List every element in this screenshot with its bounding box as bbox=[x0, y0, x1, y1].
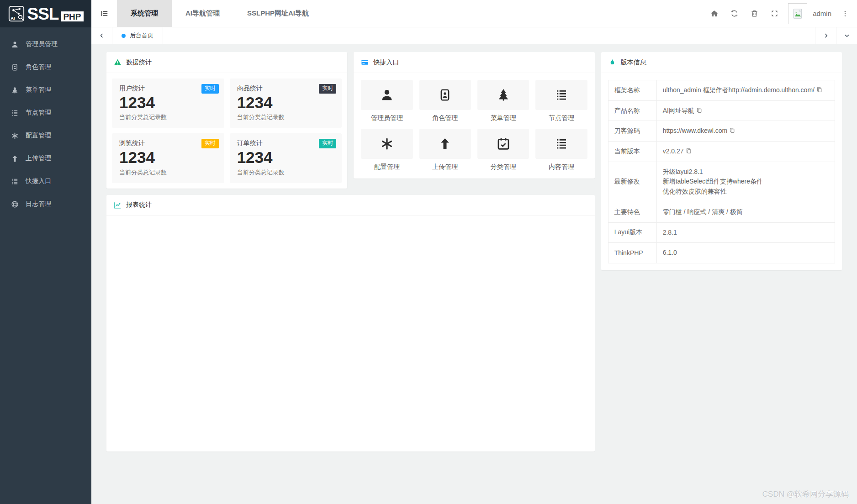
sidebar-item-label: 角色管理 bbox=[26, 63, 51, 71]
quick-entry-tile bbox=[419, 129, 471, 159]
tree-icon bbox=[497, 88, 510, 102]
flame-icon bbox=[608, 58, 616, 66]
version-row-thinkphp: ThinkPHP 6.1.0 bbox=[608, 243, 835, 263]
username[interactable]: admin bbox=[807, 0, 836, 27]
line-chart-icon bbox=[114, 201, 122, 209]
version-row-label: 框架名称 bbox=[608, 80, 656, 101]
quick-entry-menu-manage[interactable]: 菜单管理 bbox=[477, 80, 529, 122]
quick-entry-label: 管理员管理 bbox=[361, 114, 413, 122]
sidebar-item-quick-entry[interactable]: 快捷入口 bbox=[0, 170, 91, 193]
sidebar-item-upload-manage[interactable]: 上传管理 bbox=[0, 147, 91, 170]
quick-entry-tile bbox=[361, 129, 413, 159]
warning-triangle-icon bbox=[114, 58, 122, 66]
card-title: 快捷入口 bbox=[373, 58, 399, 67]
quick-entry-admin-manage[interactable]: 管理员管理 bbox=[361, 80, 413, 122]
quick-entry-card: 快捷入口 管理员管理 角色管理 菜单管理 bbox=[354, 52, 594, 178]
logo-text-php: PHP bbox=[61, 11, 83, 21]
quick-entry-tile bbox=[477, 80, 529, 110]
sidebar-item-log-manage[interactable]: 日志管理 bbox=[0, 193, 91, 215]
collapse-menu-button[interactable] bbox=[91, 0, 117, 27]
quick-entry-node-manage[interactable]: 节点管理 bbox=[535, 80, 587, 122]
top-nav-system-manage[interactable]: 系统管理 bbox=[117, 0, 172, 27]
refresh-button[interactable] bbox=[724, 0, 744, 27]
kebab-icon bbox=[841, 10, 849, 17]
asterisk-icon bbox=[11, 132, 19, 140]
fullscreen-icon bbox=[771, 10, 778, 17]
avatar[interactable] bbox=[788, 3, 807, 24]
more-menu-button[interactable] bbox=[836, 0, 854, 27]
quick-entry-config-manage[interactable]: 配置管理 bbox=[361, 129, 413, 171]
sidebar: AI SSL PHP 管理员管理 角色管理 菜单管理 节点管理 bbox=[0, 0, 91, 504]
card-title: 数据统计 bbox=[126, 58, 152, 67]
chevron-right-icon bbox=[823, 32, 829, 39]
version-row-value: 2.8.1 bbox=[656, 222, 835, 243]
list-icon bbox=[555, 137, 568, 151]
trash-icon bbox=[751, 10, 758, 17]
user-icon bbox=[380, 88, 394, 102]
version-row-value: https://www.dkewl.com bbox=[656, 121, 835, 142]
tabs-scroll-left-button[interactable] bbox=[91, 27, 112, 44]
copy-icon[interactable] bbox=[729, 127, 735, 133]
sidebar-item-label: 快捷入口 bbox=[26, 177, 51, 185]
list-icon bbox=[11, 109, 19, 117]
sidebar-item-label: 节点管理 bbox=[26, 109, 51, 117]
quick-entry-content-manage[interactable]: 内容管理 bbox=[535, 129, 587, 171]
top-nav-ai-nav-manage[interactable]: AI导航管理 bbox=[172, 0, 233, 27]
quick-entry-upload-manage[interactable]: 上传管理 bbox=[419, 129, 471, 171]
tab-home[interactable]: 后台首页 bbox=[112, 27, 163, 44]
stat-value: 1234 bbox=[119, 148, 217, 167]
header: 系统管理 AI导航管理 SSLPHP网址AI导航 admin bbox=[91, 0, 857, 27]
version-row-source: 刀客源码 https://www.dkewl.com bbox=[608, 121, 835, 142]
report-chart-area bbox=[106, 216, 595, 452]
version-row-value: AI网址导航 bbox=[656, 100, 835, 121]
version-row-label: ThinkPHP bbox=[608, 243, 656, 263]
copy-icon[interactable] bbox=[686, 148, 692, 154]
clear-cache-button[interactable] bbox=[744, 0, 764, 27]
quick-grid: 管理员管理 角色管理 菜单管理 节点管理 bbox=[354, 73, 594, 178]
header-spacer bbox=[323, 0, 704, 27]
quick-entry-label: 上传管理 bbox=[419, 163, 471, 171]
version-row-label: 刀客源码 bbox=[608, 121, 656, 142]
asterisk-icon bbox=[380, 137, 394, 151]
stat-value: 1234 bbox=[237, 148, 335, 167]
sidebar-item-admin-manage[interactable]: 管理员管理 bbox=[0, 33, 91, 56]
sidebar-item-label: 上传管理 bbox=[26, 154, 51, 163]
fullscreen-button[interactable] bbox=[764, 0, 784, 27]
home-button[interactable] bbox=[704, 0, 724, 27]
quick-entry-header: 快捷入口 bbox=[354, 52, 594, 73]
upload-icon bbox=[438, 137, 452, 151]
stat-box-goods[interactable]: 商品统计 实时 1234 当前分类总记录数 bbox=[230, 79, 342, 128]
version-row-product: 产品名称 AI网址导航 bbox=[608, 100, 835, 121]
copy-icon[interactable] bbox=[696, 107, 702, 113]
version-row-label: 当前版本 bbox=[608, 142, 656, 162]
stat-value: 1234 bbox=[237, 94, 335, 112]
active-tab-dot bbox=[122, 34, 126, 38]
top-nav-sslphp-ai-nav[interactable]: SSLPHP网址AI导航 bbox=[233, 0, 323, 27]
sidebar-item-role-manage[interactable]: 角色管理 bbox=[0, 56, 91, 79]
quick-entry-role-manage[interactable]: 角色管理 bbox=[419, 80, 471, 122]
quick-entry-label: 节点管理 bbox=[535, 114, 587, 122]
tabs-menu-button[interactable] bbox=[836, 27, 857, 44]
logo[interactable]: AI SSL PHP bbox=[0, 0, 91, 27]
quick-entry-label: 配置管理 bbox=[361, 163, 413, 171]
quick-entry-tile bbox=[535, 129, 587, 159]
report-statistics-card: 报表统计 bbox=[106, 195, 595, 452]
quick-entry-category-manage[interactable]: 分类管理 bbox=[477, 129, 529, 171]
version-table: 框架名称 ulthon_admin 框架作者http://admin.demo.… bbox=[608, 80, 835, 263]
app: AI SSL PHP 管理员管理 角色管理 菜单管理 节点管理 bbox=[0, 0, 857, 504]
stat-desc: 当前分类总记录数 bbox=[237, 113, 335, 121]
card-title: 报表统计 bbox=[126, 201, 152, 209]
stat-desc: 当前分类总记录数 bbox=[119, 168, 217, 177]
version-row-value: 升级layui2.8.1 新增tableSelect组件支持where条件 优化… bbox=[656, 162, 835, 202]
stat-box-users[interactable]: 用户统计 实时 1234 当前分类总记录数 bbox=[112, 79, 224, 128]
copy-icon[interactable] bbox=[816, 87, 822, 93]
stat-desc: 当前分类总记录数 bbox=[119, 113, 217, 121]
tabs-scroll-right-button[interactable] bbox=[815, 27, 836, 44]
stat-box-orders[interactable]: 订单统计 实时 1234 当前分类总记录数 bbox=[230, 133, 342, 183]
stat-box-views[interactable]: 浏览统计 实时 1234 当前分类总记录数 bbox=[112, 133, 224, 183]
sidebar-item-node-manage[interactable]: 节点管理 bbox=[0, 101, 91, 124]
sidebar-item-menu-manage[interactable]: 菜单管理 bbox=[0, 79, 91, 101]
quick-entry-label: 菜单管理 bbox=[477, 114, 529, 122]
quick-entry-tile bbox=[361, 80, 413, 110]
sidebar-item-config-manage[interactable]: 配置管理 bbox=[0, 124, 91, 147]
